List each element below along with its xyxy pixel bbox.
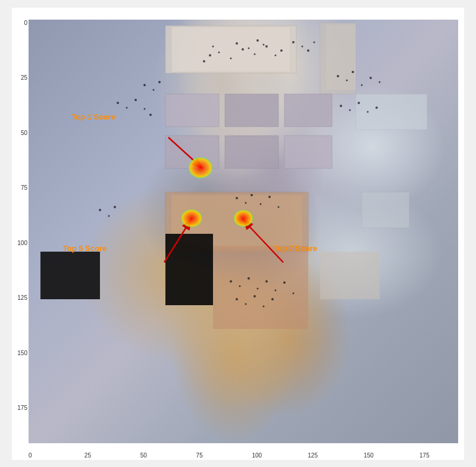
svg-rect-5 <box>225 94 278 127</box>
y-tick-0: 0 <box>24 20 27 26</box>
svg-point-68 <box>265 280 268 283</box>
svg-rect-15 <box>320 252 380 299</box>
svg-point-63 <box>278 206 280 208</box>
annotation-top5-label: Top 5 Score <box>63 244 107 253</box>
svg-point-71 <box>293 292 295 294</box>
svg-point-70 <box>283 281 286 284</box>
svg-point-29 <box>248 47 250 49</box>
svg-point-45 <box>117 102 119 104</box>
x-tick-0: 0 <box>29 452 32 459</box>
svg-point-54 <box>375 106 378 109</box>
svg-point-18 <box>209 54 211 57</box>
y-axis: 0 25 50 75 100 125 150 175 <box>12 20 29 443</box>
svg-point-66 <box>248 277 250 280</box>
x-tick-125: 125 <box>308 452 318 459</box>
svg-rect-4 <box>165 94 219 127</box>
svg-point-62 <box>268 196 271 198</box>
x-tick-100: 100 <box>252 452 262 459</box>
svg-point-33 <box>302 45 303 47</box>
svg-point-65 <box>239 285 241 287</box>
y-tick-50: 50 <box>21 130 27 136</box>
svg-point-74 <box>253 295 256 297</box>
svg-point-67 <box>257 287 259 289</box>
svg-point-53 <box>367 111 369 112</box>
svg-point-69 <box>275 289 277 291</box>
svg-point-42 <box>361 84 363 86</box>
svg-point-40 <box>346 79 348 81</box>
svg-point-34 <box>307 49 309 52</box>
svg-rect-9 <box>284 136 332 168</box>
svg-rect-6 <box>284 94 332 127</box>
annotation-top7-label: Top 7 Score <box>274 244 317 253</box>
svg-point-76 <box>271 298 274 300</box>
svg-point-32 <box>292 41 295 43</box>
svg-point-38 <box>158 81 161 83</box>
svg-point-73 <box>245 303 247 305</box>
svg-point-48 <box>144 108 146 109</box>
svg-point-75 <box>263 305 265 307</box>
svg-point-55 <box>99 209 101 211</box>
svg-point-37 <box>153 89 155 90</box>
y-tick-100: 100 <box>17 240 27 246</box>
svg-rect-17 <box>362 192 409 228</box>
svg-point-41 <box>352 71 354 73</box>
heatmap-blob-top7 <box>234 210 253 227</box>
svg-point-56 <box>108 215 110 217</box>
svg-point-58 <box>236 197 238 199</box>
svg-point-20 <box>203 60 205 62</box>
svg-point-46 <box>126 106 128 108</box>
svg-point-35 <box>314 41 315 43</box>
x-tick-50: 50 <box>140 452 147 459</box>
svg-rect-16 <box>356 94 427 130</box>
x-tick-175: 175 <box>419 452 430 459</box>
y-tick-175: 175 <box>17 405 27 411</box>
y-tick-75: 75 <box>21 184 27 191</box>
svg-point-52 <box>358 102 360 104</box>
x-tick-25: 25 <box>84 452 91 459</box>
svg-rect-13 <box>165 234 213 305</box>
svg-point-43 <box>369 77 372 79</box>
satellite-image: Top 1 Score Top 5 Score Top 7 Score <box>29 20 458 443</box>
y-tick-150: 150 <box>17 350 27 356</box>
svg-rect-12 <box>40 252 100 299</box>
svg-point-61 <box>260 203 262 205</box>
svg-point-23 <box>254 53 256 55</box>
svg-point-27 <box>212 45 214 47</box>
svg-point-36 <box>143 84 146 86</box>
heatmap-blob-top5 <box>181 209 202 227</box>
svg-point-19 <box>218 51 220 53</box>
svg-point-26 <box>280 49 283 52</box>
svg-point-24 <box>265 45 268 48</box>
x-axis: 0 25 50 75 100 125 150 175 <box>29 443 458 460</box>
y-tick-25: 25 <box>21 74 27 81</box>
plot-area: Top 1 Score Top 5 Score Top 7 Score <box>29 20 458 443</box>
svg-point-44 <box>379 81 381 83</box>
svg-rect-14 <box>213 246 308 329</box>
svg-rect-8 <box>225 136 278 168</box>
heatmap-blob-top1 <box>189 157 212 178</box>
svg-point-72 <box>236 298 238 300</box>
svg-rect-3 <box>326 24 356 90</box>
annotation-top1-label: Top 1 Score <box>71 112 115 121</box>
svg-point-60 <box>250 194 253 196</box>
y-tick-125: 125 <box>17 294 27 301</box>
svg-point-50 <box>340 105 342 107</box>
visualization-svg <box>29 20 458 443</box>
svg-point-64 <box>230 280 232 283</box>
svg-point-31 <box>263 43 265 45</box>
chart-container: 0 25 50 75 100 125 150 175 <box>12 8 464 460</box>
svg-point-21 <box>230 57 232 59</box>
svg-point-28 <box>236 42 238 45</box>
svg-point-22 <box>242 48 244 51</box>
x-tick-75: 75 <box>196 452 203 459</box>
svg-point-51 <box>349 109 351 111</box>
svg-point-47 <box>134 99 137 101</box>
svg-point-30 <box>256 39 259 42</box>
x-tick-150: 150 <box>364 452 374 459</box>
svg-point-39 <box>337 75 339 77</box>
svg-point-49 <box>149 114 152 116</box>
svg-point-25 <box>275 54 277 56</box>
svg-point-57 <box>114 206 116 208</box>
svg-point-59 <box>245 202 247 203</box>
svg-rect-1 <box>171 27 290 72</box>
